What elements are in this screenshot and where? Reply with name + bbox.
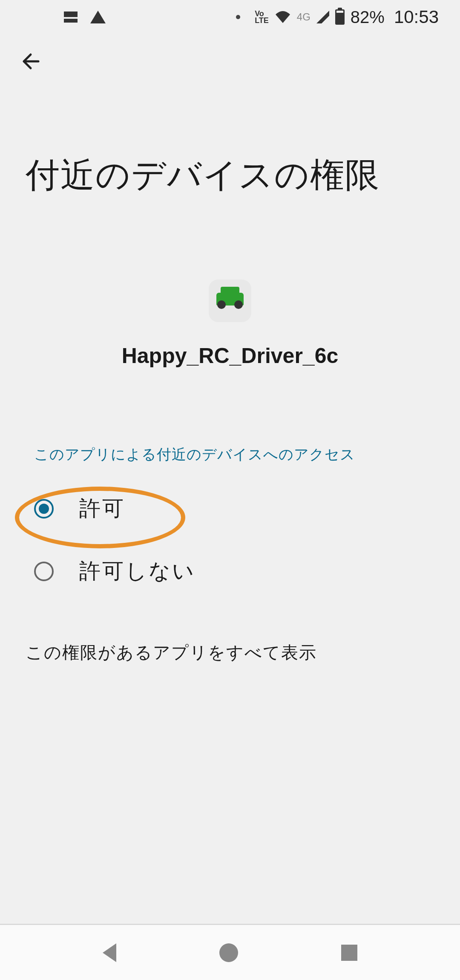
- warning-icon: [90, 11, 106, 23]
- wifi-icon: [275, 8, 291, 27]
- battery-icon: [335, 9, 345, 25]
- page-title: 付近のデバイスの権限: [0, 93, 460, 199]
- battery-percent: 82%: [351, 8, 385, 27]
- radio-option-deny[interactable]: 許可しない: [0, 540, 460, 602]
- dot-icon: [236, 15, 240, 19]
- permission-section-label: このアプリによる付近のデバイスへのアクセス: [0, 445, 460, 464]
- show-all-apps-link[interactable]: この権限があるアプリをすべて表示: [0, 602, 460, 703]
- radio-selected-icon: [34, 499, 54, 519]
- radio-unselected-icon: [34, 562, 54, 581]
- signal-icon: [316, 11, 329, 23]
- status-right: VoLTE 4G 82% 10:53: [236, 7, 439, 27]
- network-type-label: 4G: [297, 11, 310, 23]
- back-button[interactable]: [0, 34, 460, 93]
- app-name: Happy_RC_Driver_6c: [0, 343, 460, 368]
- back-arrow-icon: [21, 52, 40, 75]
- car-icon: [216, 293, 244, 306]
- navigation-bar: [0, 925, 460, 980]
- notification-icon: [64, 12, 78, 23]
- radio-label-allow: 許可: [79, 494, 125, 523]
- status-left: [64, 11, 106, 23]
- volte-icon: VoLTE: [255, 10, 269, 24]
- radio-label-deny: 許可しない: [79, 557, 196, 585]
- nav-back-icon[interactable]: [103, 943, 116, 962]
- radio-group: 許可 許可しない: [0, 477, 460, 602]
- radio-option-allow[interactable]: 許可: [0, 477, 460, 540]
- clock: 10:53: [394, 7, 439, 27]
- nav-home-icon[interactable]: [219, 943, 238, 962]
- app-icon: [209, 280, 251, 322]
- status-bar: VoLTE 4G 82% 10:53: [0, 0, 460, 34]
- app-section: Happy_RC_Driver_6c: [0, 280, 460, 368]
- nav-recent-icon[interactable]: [341, 945, 357, 961]
